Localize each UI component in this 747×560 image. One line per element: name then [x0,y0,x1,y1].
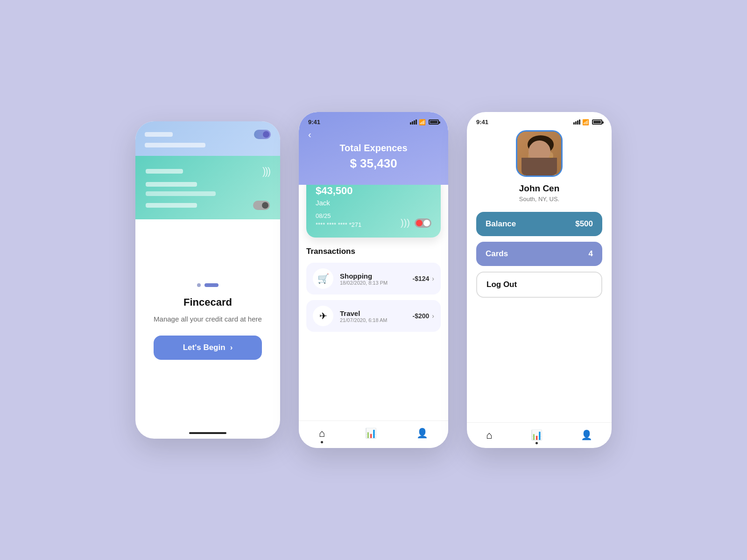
svg-point-3 [528,135,554,154]
total-amount: $ 35,430 [308,156,439,171]
total-label: Total Expences [308,143,439,154]
logout-button[interactable]: Log Out [476,272,602,298]
dot-inactive [197,283,201,287]
phone2-nav: ⌂ 📊 👤 [299,420,448,448]
phone-2: 9:41 📶 ‹ Total Expences $ 35,430 $43,500… [299,112,448,448]
signal-bar-4 [416,119,417,125]
toggle-blue[interactable] [254,130,271,139]
card-expiry: 08/25 [316,212,361,219]
phone3-header: 9:41 📶 [467,112,612,130]
card-preview: $43,500 Jack 08/25 **** **** **** *271 )… [306,185,441,238]
profile-icon-2: 👤 [416,428,428,438]
avatar-svg [517,132,563,177]
card-bar-2 [145,143,205,147]
pagination-dots [197,283,218,287]
dot-active [204,283,218,287]
phone-3: 9:41 📶 [467,112,612,448]
txn-name-shopping: Shopping [340,272,413,280]
nav-chart-3[interactable]: 📊 [531,429,543,444]
card-holder: Jack [316,199,431,207]
toggle-right [423,220,430,226]
wifi-icon: 📶 [419,119,426,126]
signal-bar-1 [410,122,411,125]
balance-label: Balance [486,219,516,229]
status-icons-3: 📶 [573,119,602,126]
card-expiry-number: 08/25 **** **** **** *271 [316,212,361,228]
nav-profile-3[interactable]: 👤 [581,429,592,444]
card-teal: ))) [135,156,280,219]
home-indicator [189,432,226,434]
teal-bar-1 [146,169,183,174]
signal-icon [410,119,417,125]
nav-dot-3 [536,442,538,444]
card-toggle[interactable] [415,218,431,228]
back-button[interactable]: ‹ [308,129,439,140]
wifi-icon-3: 📶 [582,119,589,126]
nav-chart-2[interactable]: 📊 [365,427,377,443]
txn-date-shopping: 18/02/2020, 8:13 PM [340,280,413,286]
battery-icon-3 [592,119,602,125]
travel-icon: ✈ [313,306,333,326]
phone2-body: $43,500 Jack 08/25 **** **** **** *271 )… [299,185,448,448]
home-icon-3: ⌂ [486,429,492,441]
app-description: Manage all your credit card at here [154,314,262,325]
phone-1: ))) Fincecard Manage all your credit car… [135,121,280,439]
card-blue [135,121,280,156]
status-bar-2: 9:41 📶 [308,119,439,126]
signal-bar3-1 [573,122,575,125]
balance-amount: $500 [575,219,593,229]
begin-label: Let's Begin [183,343,226,352]
transactions-section: Transactions 🛒 Shopping 18/02/2020, 8:13… [299,238,448,420]
card-details-row: 08/25 **** **** **** *271 ))) [316,212,431,228]
nfc-icon: ))) [262,165,270,177]
logout-label: Log Out [486,280,517,289]
phone2-header: 9:41 📶 ‹ Total Expences $ 35,430 [299,112,448,185]
teal-bar-3 [146,191,216,196]
phone3-body: John Cen South, NY, US. Balance $500 Car… [467,130,612,422]
nav-home-3[interactable]: ⌂ [486,429,492,444]
profile-icon-3: 👤 [581,430,592,440]
card-amount: $43,500 [316,185,431,197]
app-title: Fincecard [183,296,232,308]
nav-profile-2[interactable]: 👤 [416,427,428,443]
signal-bar-3 [414,120,415,125]
txn-name-travel: Travel [340,309,413,317]
status-time-2: 9:41 [308,119,320,126]
status-time-3: 9:41 [476,119,488,126]
user-avatar [516,130,563,177]
nav-home-2[interactable]: ⌂ [319,427,325,443]
shopping-icon: 🛒 [313,268,333,289]
nav-dot-2 [321,441,323,443]
begin-button[interactable]: Let's Begin › [154,336,262,360]
toggle-gray[interactable] [253,201,270,210]
chart-icon-3: 📊 [531,430,543,440]
svg-point-4 [530,144,551,168]
status-icons-2: 📶 [410,119,439,126]
cards-count: 4 [589,249,593,259]
transaction-travel[interactable]: ✈ Travel 21/07/2020, 6:18 AM -$200 › [306,300,441,332]
svg-point-8 [528,152,533,160]
toggle-left [416,220,423,226]
card-bar-1 [145,132,173,137]
card-nfc-icon: ))) [401,217,410,228]
txn-amount-shopping: -$124 [413,275,430,282]
svg-point-9 [549,152,553,160]
balance-button[interactable]: Balance $500 [476,212,602,236]
svg-point-11 [523,169,558,177]
txn-amount-travel: -$200 [413,312,430,320]
teal-bar-4 [146,203,197,208]
cards-button[interactable]: Cards 4 [476,242,602,266]
user-location: South, NY, US. [519,196,559,203]
svg-point-10 [550,157,552,160]
transaction-shopping[interactable]: 🛒 Shopping 18/02/2020, 8:13 PM -$124 › [306,263,441,294]
arrow-icon: › [230,343,233,352]
home-icon-2: ⌂ [319,427,325,439]
chart-icon-2: 📊 [365,428,377,438]
signal-bar3-2 [575,121,577,125]
signal-icon-3 [573,119,580,125]
txn-arrow-travel: › [432,312,434,320]
svg-point-5 [535,151,539,156]
battery-icon [429,119,439,125]
cards-label: Cards [486,249,508,259]
avatar-image [517,132,561,175]
